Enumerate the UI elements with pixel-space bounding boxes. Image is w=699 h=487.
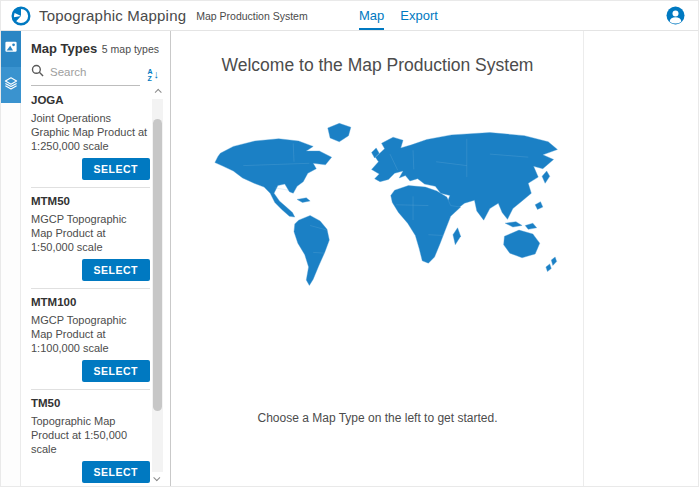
select-button-mtm50[interactable]: SELECT: [82, 259, 150, 281]
sidebar-icon-rail: [1, 31, 21, 486]
scrollbar-up-button[interactable]: [152, 85, 163, 98]
app-logo-globe-icon: [11, 6, 31, 26]
map-type-name: JOGA: [31, 94, 150, 106]
rail-basemap-button[interactable]: [1, 31, 21, 67]
sidebar: Map Types 5 map types A Z: [1, 31, 171, 486]
app-window: Topographic Mapping Map Production Syste…: [0, 0, 699, 487]
panel-title: Map Types: [31, 41, 97, 56]
app-subtitle: Map Production System: [196, 10, 307, 22]
map-type-name: TM50: [31, 397, 150, 409]
app-header: Topographic Mapping Map Production Syste…: [1, 1, 698, 31]
select-button-joga[interactable]: SELECT: [82, 158, 150, 180]
map-types-count: 5 map types: [102, 43, 159, 55]
map-type-item-mtm100: MTM100 MGCP Topographic Map Product at 1…: [31, 289, 150, 390]
map-type-item-mtm50: MTM50 MGCP Topographic Map Product at 1:…: [31, 188, 150, 289]
user-avatar-icon[interactable]: [666, 6, 685, 25]
tab-map[interactable]: Map: [359, 1, 384, 30]
rail-layers-button[interactable]: [1, 67, 21, 103]
scrollbar-down-button[interactable]: [152, 472, 163, 485]
header-tabs: Map Export: [359, 1, 438, 30]
layers-icon: [3, 75, 19, 95]
map-type-description: Joint Operations Graphic Map Product at …: [31, 111, 150, 153]
main-content: Welcome to the Map Production System: [172, 31, 698, 486]
select-button-tm50[interactable]: SELECT: [82, 461, 150, 483]
world-map-image: [198, 108, 582, 300]
welcome-title: Welcome to the Map Production System: [172, 55, 583, 76]
welcome-panel: Welcome to the Map Production System: [172, 31, 584, 486]
instruction-text: Choose a Map Type on the left to get sta…: [172, 411, 583, 425]
search-row: A Z ↓: [22, 56, 170, 86]
sort-az-button[interactable]: A Z ↓: [147, 68, 159, 82]
map-type-name: MTM100: [31, 296, 150, 308]
select-button-mtm100[interactable]: SELECT: [82, 360, 150, 382]
map-type-description: MGCP Topographic Map Product at 1:50,000…: [31, 212, 150, 254]
world-map-continents: [215, 123, 558, 285]
chevron-down-icon: [153, 474, 160, 481]
map-type-item-joga: JOGA Joint Operations Graphic Map Produc…: [31, 87, 150, 188]
map-type-item-tm50: TM50 Topographic Map Product at 1:50,000…: [31, 390, 150, 486]
search-input[interactable]: [50, 66, 140, 78]
sort-az-letters: A Z: [147, 68, 152, 82]
map-type-description: MGCP Topographic Map Product at 1:100,00…: [31, 313, 150, 355]
tab-export[interactable]: Export: [400, 1, 438, 30]
scrollbar-thumb[interactable]: [153, 119, 162, 411]
map-types-panel: Map Types 5 map types A Z: [22, 31, 170, 486]
search-box: [31, 63, 140, 86]
chevron-up-icon: [155, 89, 162, 96]
app-title: Topographic Mapping: [39, 7, 186, 24]
map-types-list: JOGA Joint Operations Graphic Map Produc…: [22, 87, 150, 486]
map-type-description: Topographic Map Product at 1:50,000 scal…: [31, 414, 150, 456]
basemap-icon: [3, 39, 19, 59]
sidebar-scrollbar[interactable]: [152, 85, 163, 486]
sort-arrow-down-icon: ↓: [154, 69, 160, 80]
search-icon: [31, 63, 44, 81]
map-type-name: MTM50: [31, 195, 150, 207]
panel-header: Map Types 5 map types: [22, 31, 170, 56]
